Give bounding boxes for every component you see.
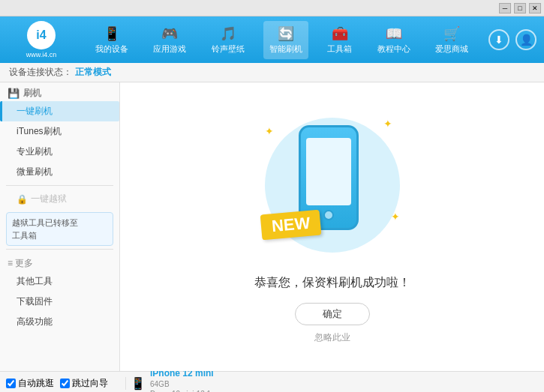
- device-storage: 64GB: [150, 379, 214, 389]
- confirm-label: 确定: [323, 307, 342, 321]
- jailbreak-info-box: 越狱工具已转移至工具箱: [6, 212, 113, 246]
- window-controls[interactable]: ─ □ ✕: [499, 3, 541, 13]
- nav-my-device[interactable]: 📱 我的设备: [89, 21, 134, 59]
- more-section-header: ≡ 更多: [0, 253, 119, 271]
- header: i4 www.i4.cn 📱 我的设备 🎮 应用游戏 🎵 铃声壁纸 🔄 智能刷机…: [0, 16, 544, 63]
- more-label: ≡ 更多: [8, 257, 33, 270]
- download-icon: ⬇: [494, 34, 503, 46]
- one-click-flash-label: 一键刷机: [17, 106, 53, 116]
- checkbox-wrap: 自动跳逛 跳过向导: [6, 377, 126, 390]
- sidebar-pro-flash[interactable]: 专业刷机: [0, 142, 119, 162]
- footer: 自动跳逛 跳过向导 📱 iPhone 12 mini 64GB Down-12m…: [0, 371, 544, 392]
- device-info: iPhone 12 mini 64GB Down-12mini-13,1: [150, 368, 214, 392]
- status-value: 正常模式: [75, 66, 111, 79]
- sidebar-one-click-flash[interactable]: 一键刷机: [0, 101, 119, 121]
- sidebar-itunes-flash[interactable]: iTunes刷机: [0, 121, 119, 142]
- phone-illustration: ✦ ✦ ✦ NEW: [257, 110, 407, 260]
- nav-tutorial-label: 教程中心: [377, 43, 410, 55]
- download-button[interactable]: ⬇: [488, 29, 509, 50]
- minimize-button[interactable]: ─: [499, 3, 511, 13]
- auto-jump-label: 自动跳逛: [18, 377, 54, 390]
- nav-smart-flash-label: 智能刷机: [269, 43, 302, 55]
- skip-link[interactable]: 忽略此业: [314, 331, 350, 344]
- nav-toolbox-label: 工具箱: [327, 43, 352, 55]
- phone-small-icon: 📱: [131, 376, 146, 391]
- jailbreak-info-text: 越狱工具已转移至工具箱: [12, 218, 78, 240]
- pro-flash-label: 专业刷机: [17, 146, 53, 157]
- phone-screen: [306, 138, 351, 205]
- logo-letter: i4: [36, 28, 46, 42]
- close-button[interactable]: ✕: [529, 3, 541, 13]
- advanced-label: 高级功能: [17, 316, 53, 327]
- title-bar: ─ □ ✕: [0, 0, 544, 16]
- sidebar-divider-2: [6, 249, 113, 250]
- auto-jump-checkbox[interactable]: [6, 379, 16, 388]
- status-bar: 设备连接状态： 正常模式: [0, 63, 544, 82]
- sidebar-micro-flash[interactable]: 微量刷机: [0, 162, 119, 182]
- jailbreak-disabled: 🔒 一键越狱: [0, 189, 119, 209]
- nav-apps-games[interactable]: 🎮 应用游戏: [147, 21, 192, 59]
- lock-icon: 🔒: [17, 194, 28, 205]
- skip-wizard-checkbox[interactable]: [60, 379, 70, 388]
- smart-flash-icon: 🔄: [278, 25, 294, 42]
- other-tools-label: 其他工具: [17, 276, 53, 286]
- micro-flash-label: 微量刷机: [17, 166, 53, 177]
- success-text: 恭喜您，保资料刷机成功啦！: [254, 275, 410, 291]
- nav-apps-games-label: 应用游戏: [153, 43, 186, 55]
- phone-home-btn: [323, 210, 334, 220]
- maximize-button[interactable]: □: [514, 3, 526, 13]
- flash-icon: 💾: [8, 88, 20, 99]
- device-block: 📱 iPhone 12 mini 64GB Down-12mini-13,1: [131, 368, 214, 392]
- sidebar-download-firmware[interactable]: 下载固件: [0, 292, 119, 312]
- jailbreak-label: 一键越狱: [31, 193, 67, 205]
- sparkle-3: ✦: [391, 211, 400, 223]
- tutorial-icon: 📖: [386, 25, 402, 42]
- flash-section-label: 刷机: [23, 87, 41, 100]
- sidebar-divider-1: [6, 185, 113, 186]
- content-area: ✦ ✦ ✦ NEW 恭喜您，保资料刷机成功啦！ 确定 忽略此业: [120, 82, 544, 371]
- skip-wizard-checkbox-label[interactable]: 跳过向导: [60, 377, 108, 390]
- download-firmware-label: 下载固件: [17, 296, 53, 307]
- logo-subtitle: www.i4.cn: [26, 51, 57, 58]
- main-layout: 💾 刷机 一键刷机 iTunes刷机 专业刷机 微量刷机 🔒 一键越狱 越狱工具…: [0, 82, 544, 371]
- nav-smart-flash[interactable]: 🔄 智能刷机: [263, 21, 308, 59]
- sidebar-advanced[interactable]: 高级功能: [0, 312, 119, 332]
- toolbox-icon: 🧰: [332, 25, 348, 42]
- itunes-flash-label: iTunes刷机: [17, 126, 62, 136]
- footer-top-row: 自动跳逛 跳过向导 📱 iPhone 12 mini 64GB Down-12m…: [0, 372, 544, 392]
- nav-my-device-label: 我的设备: [95, 43, 128, 55]
- logo-icon: i4: [27, 21, 56, 49]
- nav-right: ⬇ 👤: [488, 29, 536, 50]
- nav-items: 📱 我的设备 🎮 应用游戏 🎵 铃声壁纸 🔄 智能刷机 🧰 工具箱 📖 教程中心…: [75, 21, 488, 59]
- nav-toolbox[interactable]: 🧰 工具箱: [321, 21, 358, 59]
- flash-section-header: 💾 刷机: [0, 82, 119, 101]
- apps-games-icon: 🎮: [161, 25, 178, 42]
- confirm-button[interactable]: 确定: [295, 303, 370, 325]
- sidebar-other-tools[interactable]: 其他工具: [0, 271, 119, 292]
- status-label: 设备连接状态：: [9, 66, 72, 79]
- nav-mall[interactable]: 🛒 爱思商城: [429, 21, 474, 59]
- nav-ringtones-label: 铃声壁纸: [212, 43, 245, 55]
- sidebar: 💾 刷机 一键刷机 iTunes刷机 专业刷机 微量刷机 🔒 一键越狱 越狱工具…: [0, 82, 120, 371]
- user-button[interactable]: 👤: [515, 29, 536, 50]
- logo-area: i4 www.i4.cn: [8, 21, 75, 58]
- ringtones-icon: 🎵: [220, 25, 236, 42]
- sparkle-1: ✦: [265, 125, 274, 137]
- user-icon: 👤: [520, 34, 533, 46]
- mall-icon: 🛒: [443, 25, 460, 42]
- new-badge: NEW: [260, 209, 321, 240]
- device-firmware: Down-12mini-13,1: [150, 389, 214, 392]
- auto-jump-checkbox-label[interactable]: 自动跳逛: [6, 377, 54, 390]
- skip-wizard-label: 跳过向导: [72, 377, 108, 390]
- my-device-icon: 📱: [104, 25, 120, 42]
- nav-ringtones[interactable]: 🎵 铃声壁纸: [206, 21, 251, 59]
- nav-mall-label: 爱思商城: [435, 43, 468, 55]
- nav-tutorial[interactable]: 📖 教程中心: [371, 21, 416, 59]
- sparkle-2: ✦: [383, 118, 392, 130]
